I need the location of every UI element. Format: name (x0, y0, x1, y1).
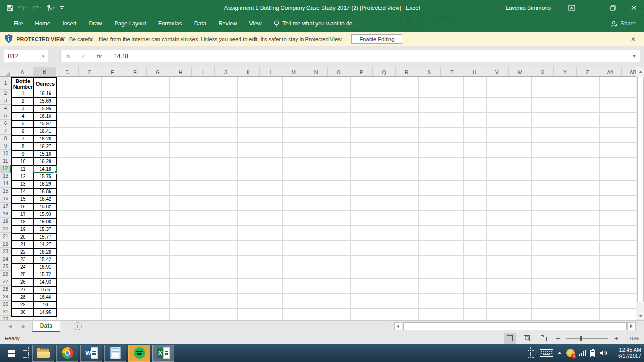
minimize-button[interactable] (582, 0, 603, 16)
zoom-slider-thumb[interactable] (580, 336, 582, 341)
cell-B13[interactable]: 15.75 (34, 173, 57, 181)
cell-B17[interactable]: 15.82 (34, 203, 57, 211)
row-header-22[interactable]: 22 (0, 240, 11, 248)
column-header-E[interactable]: E (101, 67, 124, 77)
touch-mouse-mode-icon[interactable]: ▾ (46, 5, 55, 11)
cell-B24[interactable]: 15.42 (34, 256, 57, 263)
taskbar-chrome-button[interactable] (56, 345, 78, 362)
row-header-19[interactable]: 19 (0, 218, 11, 225)
formula-bar-expand-icon[interactable]: ▼ (628, 54, 640, 58)
column-header-G[interactable]: G (147, 67, 169, 77)
row-header-29[interactable]: 29 (0, 293, 11, 301)
cell-A1[interactable]: Bottle Number (12, 77, 34, 90)
cell-A8[interactable]: 7 (12, 135, 34, 143)
column-header-T[interactable]: T (441, 67, 463, 77)
new-sheet-icon[interactable]: + (74, 322, 82, 330)
sheet-tab-data[interactable]: Data (32, 321, 60, 332)
row-header-11[interactable]: 11 (0, 157, 11, 165)
row-header-18[interactable]: 18 (0, 210, 11, 218)
row-header-25[interactable]: 25 (0, 263, 11, 271)
column-header-J[interactable]: J (215, 67, 237, 77)
taskbar-word-button[interactable]: W (80, 345, 102, 362)
page-break-preview-icon[interactable] (537, 333, 550, 344)
column-header-Q[interactable]: Q (373, 67, 396, 77)
cell-A2[interactable]: 1 (12, 90, 34, 98)
cell-A11[interactable]: 10 (12, 158, 34, 165)
antivirus-alert-icon[interactable] (566, 349, 575, 357)
cell-B19[interactable]: 15.06 (34, 218, 57, 226)
cell-B31[interactable]: 14.95 (34, 309, 57, 316)
cell-A20[interactable]: 19 (12, 226, 34, 233)
scroll-right-icon[interactable] (627, 322, 636, 330)
cell-A23[interactable]: 22 (12, 248, 34, 256)
row-header-4[interactable]: 4 (0, 105, 11, 112)
column-header-P[interactable]: P (350, 67, 373, 77)
column-header-F[interactable]: F (124, 67, 147, 77)
redo-icon[interactable]: ▾ (32, 5, 41, 11)
row-header-6[interactable]: 6 (0, 120, 11, 127)
cell-B9[interactable]: 16.27 (34, 143, 57, 150)
cell-B30[interactable]: 16 (34, 301, 57, 309)
cell-B14[interactable]: 16.29 (34, 181, 57, 188)
ribbon-tab-view[interactable]: View (243, 16, 268, 32)
ribbon-tab-review[interactable]: Review (212, 16, 243, 32)
cell-B18[interactable]: 15.93 (34, 211, 57, 218)
tell-me-box[interactable]: Tell me what you want to do (274, 20, 352, 27)
row-header-27[interactable]: 27 (0, 278, 11, 286)
zoom-in-icon[interactable]: + (613, 335, 619, 342)
row-header-13[interactable]: 13 (0, 173, 11, 180)
row-header-31[interactable]: 31 (0, 308, 11, 316)
vertical-scroll-thumb[interactable] (637, 77, 644, 302)
ribbon-tab-page-layout[interactable]: Page Layout (108, 16, 152, 32)
column-header-U[interactable]: U (463, 67, 486, 77)
cell-B29[interactable]: 16.46 (34, 294, 57, 301)
normal-view-icon[interactable] (504, 333, 516, 344)
cell-A21[interactable]: 20 (12, 233, 34, 241)
taskbar-excel-button[interactable]: X (152, 345, 174, 362)
cell-A27[interactable]: 26 (12, 279, 34, 286)
cell-A3[interactable]: 2 (12, 98, 34, 105)
row-header-9[interactable]: 9 (0, 142, 11, 150)
horizontal-scrollbar[interactable] (394, 322, 636, 330)
row-header-23[interactable]: 23 (0, 248, 11, 255)
cell-B15[interactable]: 16.86 (34, 188, 57, 196)
row-header-5[interactable]: 5 (0, 112, 11, 120)
cell-A13[interactable]: 12 (12, 173, 34, 181)
column-header-M[interactable]: M (282, 67, 305, 77)
redo-dropdown-icon[interactable]: ▾ (40, 6, 41, 10)
cell-B1[interactable]: Ounces (34, 77, 57, 90)
cell-B2[interactable]: 16.16 (34, 90, 57, 98)
cell-A5[interactable]: 4 (12, 113, 34, 120)
column-header-I[interactable]: I (192, 67, 215, 77)
row-header-20[interactable]: 20 (0, 225, 11, 233)
column-header-A[interactable]: A (11, 67, 33, 77)
restore-button[interactable] (603, 0, 623, 16)
zoom-out-icon[interactable]: − (554, 335, 561, 342)
cell-A7[interactable]: 6 (12, 128, 34, 135)
ribbon-tab-data[interactable]: Data (188, 16, 212, 32)
cell-B22[interactable]: 14.27 (34, 241, 57, 248)
row-header-32[interactable]: 32 (0, 316, 11, 320)
formula-field[interactable]: ✕ ✓ fx 14.18 ▼ (60, 50, 640, 62)
page-layout-view-icon[interactable] (520, 333, 533, 344)
next-sheet-icon[interactable]: ▶ (22, 324, 25, 329)
undo-icon[interactable]: ▾ (18, 5, 27, 11)
ribbon-tab-insert[interactable]: Insert (56, 16, 83, 32)
enable-editing-button[interactable]: Enable Editing (351, 34, 402, 44)
column-header-N[interactable]: N (305, 67, 328, 77)
user-name[interactable]: Luvenia Simmons (506, 5, 551, 11)
tab-scrollbar-splitter[interactable]: ⋮ (386, 324, 390, 329)
cell-A31[interactable]: 30 (12, 309, 34, 316)
formula-bar-splitter[interactable]: ⋮ (48, 50, 60, 62)
cell-A16[interactable]: 15 (12, 196, 34, 203)
column-header-Z[interactable]: Z (577, 67, 599, 77)
formula-value[interactable]: 14.18 (110, 53, 628, 59)
customize-qat-icon[interactable] (59, 5, 64, 11)
scroll-up-icon[interactable] (636, 68, 644, 76)
column-header-B[interactable]: B (33, 67, 56, 77)
undo-dropdown-icon[interactable]: ▾ (25, 6, 27, 10)
cell-B3[interactable]: 15.69 (34, 98, 57, 105)
protected-view-close-icon[interactable]: ✕ (627, 36, 639, 42)
column-header-S[interactable]: S (418, 67, 441, 77)
name-box[interactable]: B12 ▼ (4, 50, 48, 62)
